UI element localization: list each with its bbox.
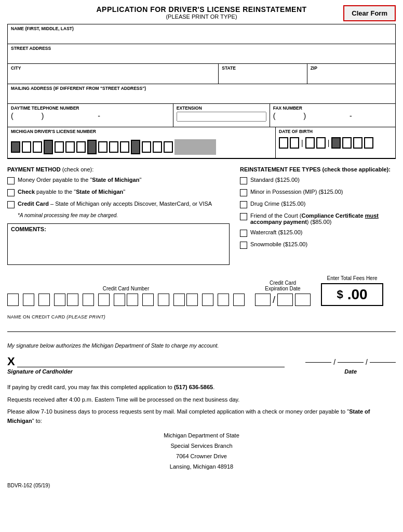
cc-name-label: NAME ON CREDIT CARD (PLEASE PRINT) (7, 314, 396, 320)
mail-line-2: Special Services Branch (7, 441, 396, 451)
checkbox-drug-crime[interactable] (240, 201, 247, 208)
fee-option-6: Snowmobile ($125.00) (240, 241, 396, 249)
exp-year-box2 (295, 294, 311, 306)
exp-slash: / (273, 294, 275, 306)
phone-dash: - (98, 112, 100, 120)
total-fees-group: Enter Total Fees Here $ .00 (321, 275, 383, 306)
sig-label: Signature of Cardholder (7, 368, 285, 375)
cc-n8 (114, 294, 125, 306)
name-input[interactable] (11, 32, 392, 39)
state-cell: STATE (219, 64, 306, 84)
comments-section: COMMENTS: (7, 223, 230, 265)
payment-option-2: Check payable to the "State of Michigan" (7, 189, 230, 196)
cc-n12 (173, 294, 185, 306)
checkbox-watercraft[interactable] (240, 230, 247, 237)
fax-area-input[interactable] (276, 112, 302, 119)
cc-n5 (67, 294, 78, 306)
body-split: PAYMENT METHOD (check one): Money Order … (7, 166, 396, 265)
fee-label-4: Friend of the Court (Compliance Certific… (250, 212, 396, 225)
extension-label: EXTENSION (177, 105, 266, 111)
fee-label-1: Standard ($125.00) (250, 177, 300, 183)
fax-paren-open: ( (273, 112, 276, 120)
zip-cell: ZIP (307, 64, 395, 84)
phone-ext2-input[interactable] (101, 112, 132, 119)
zip-label: ZIP (311, 65, 392, 71)
page-subtitle: (PLEASE PRINT OR TYPE) (7, 14, 396, 20)
cc-n2 (23, 294, 34, 306)
checkbox-court[interactable] (240, 213, 247, 220)
cc-expiration-group: Credit CardExpiration Date / (255, 280, 311, 306)
city-state-zip-row: CITY STATE ZIP (8, 64, 395, 84)
cc-n1 (7, 294, 19, 306)
checkbox-mip[interactable] (240, 189, 247, 196)
cc-n6 (83, 294, 94, 306)
mailing-row: MAILING ADDRESS (if different from "Stre… (8, 84, 395, 104)
payment-option-1: Money Order payable to the "State of Mic… (7, 177, 230, 184)
fee-option-2: Minor in Possession (MIP) ($125.00) (240, 189, 396, 196)
state-input[interactable] (222, 72, 303, 79)
fax-dash: - (350, 112, 352, 120)
exp-month-box (255, 294, 271, 306)
cc-set-2 (67, 294, 125, 306)
sig-x-mark: X (7, 356, 15, 367)
comments-label: COMMENTS: (11, 226, 226, 232)
cc-n13 (186, 294, 198, 306)
exp-date-inputs: / (255, 294, 311, 306)
cc-n16 (233, 294, 245, 306)
phone-label: DAYTIME TELEPHONE NUMBER (11, 105, 170, 111)
zip-input[interactable] (311, 72, 392, 79)
checkbox-credit-card[interactable] (7, 201, 15, 208)
sig-row: X Signature of Cardholder / / Date (7, 355, 396, 375)
state-label: STATE (222, 65, 303, 71)
cc-name-label-text: NAME ON CREDIT CARD (7, 314, 65, 320)
phone-input-group: ( ) - (11, 112, 170, 120)
dob-box-5 (331, 137, 341, 149)
lic-box-15 (164, 141, 173, 153)
signature-section: My signature below authorizes the Michig… (7, 342, 396, 375)
lic-box-7 (76, 141, 86, 153)
checkbox-snowmobile[interactable] (240, 242, 247, 249)
date-line-2 (338, 362, 364, 363)
phone-number-input[interactable] (45, 112, 97, 119)
mailing-label: MAILING ADDRESS (if different from "Stre… (11, 86, 392, 91)
payment-label-1: Money Order payable to the "State of Mic… (18, 177, 141, 183)
date-line-3 (370, 362, 396, 363)
cc-expiration-label: Credit CardExpiration Date (265, 280, 300, 291)
dollar-sign: $ (337, 288, 343, 301)
checkbox-check[interactable] (7, 189, 15, 196)
fax-note: If paying by credit card, you may fax th… (7, 383, 396, 392)
fax-number-input[interactable] (307, 112, 348, 119)
date-right: / / Date (305, 358, 396, 375)
lic-box-6 (65, 141, 75, 153)
city-label: CITY (11, 65, 215, 71)
dob-cell: DATE OF BIRTH | | (276, 127, 395, 158)
sig-left: X Signature of Cardholder (7, 355, 285, 375)
checkbox-standard[interactable] (240, 177, 247, 184)
exp-year-box1 (277, 294, 293, 306)
credit-card-section: Credit Card Number (7, 275, 396, 306)
lic-box-11 (120, 141, 129, 153)
phone-area-input[interactable] (15, 112, 41, 119)
right-column: REINSTATEMENT FEE TYPES (check those app… (240, 166, 396, 265)
payment-title-note: (check one): (62, 166, 94, 172)
fax-cell: FAX NUMBER ( ) - (270, 104, 395, 127)
extension-input[interactable] (177, 112, 266, 122)
city-input[interactable] (11, 72, 215, 79)
fax-label: FAX NUMBER (273, 105, 392, 111)
city-cell: CITY (8, 64, 218, 84)
license-label: MICHIGAN DRIVER'S LICENSE NUMBER (11, 129, 272, 134)
mailing-input[interactable] (11, 92, 392, 99)
checkbox-money-order[interactable] (7, 177, 15, 184)
page-header: APPLICATION FOR DRIVER'S LICENSE REINSTA… (7, 5, 396, 20)
fee-option-3: Drug Crime ($125.00) (240, 201, 396, 208)
cc-n15 (218, 294, 229, 306)
cc-n4 (54, 294, 65, 306)
name-row: NAME (FIRST, MIDDLE, LAST) (8, 24, 395, 44)
address-input[interactable] (11, 52, 392, 59)
processing-note: Requests received after 4:00 p.m. Easter… (7, 395, 396, 405)
clear-form-button[interactable]: Clear Form (343, 5, 396, 21)
reinstatement-title-note: (check those applicable): (323, 166, 391, 172)
lic-box-4 (44, 140, 53, 154)
date-inputs: / / (305, 358, 396, 366)
extension-cell: EXTENSION (173, 104, 270, 127)
